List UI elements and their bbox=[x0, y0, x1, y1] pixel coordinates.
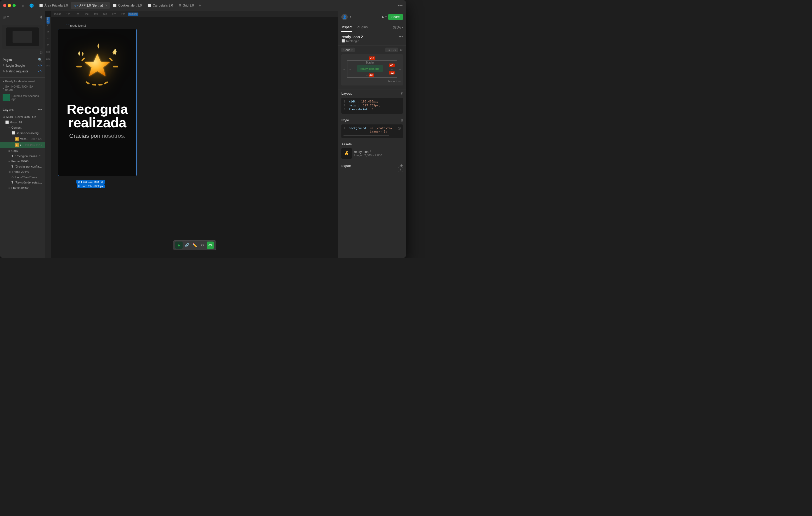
move-tool-button[interactable]: ▶ bbox=[175, 242, 182, 249]
code-prop: background: bbox=[349, 126, 368, 130]
line-num: 1 bbox=[344, 126, 347, 130]
layer-gracias-text[interactable]: T "Gracias por confiar en n..." bbox=[0, 164, 45, 169]
code-type-button[interactable]: Code ▾ bbox=[341, 48, 355, 52]
layer-content[interactable]: ≡ Content bbox=[0, 125, 45, 130]
rotate-tool-button[interactable]: ↻ bbox=[199, 242, 206, 249]
asset-info: ready-icon 2 Image · 2,800 × 2,800 bbox=[354, 150, 403, 157]
text-gracias: Gracias pon nosotros. bbox=[65, 132, 129, 139]
tab-app-bertha[interactable]: </> APP 1.0 (Bertha) ✕ bbox=[71, 2, 110, 9]
layer-revision-text[interactable]: T "Revisión del estad..." bbox=[0, 180, 45, 185]
page-item-login[interactable]: └ Login Google </> bbox=[0, 63, 45, 68]
layer-frame-icon: ||| bbox=[8, 170, 11, 173]
tab-area-privada[interactable]: ⬜ Área Privada 3.0 bbox=[37, 2, 70, 9]
element-more-icon[interactable]: ••• bbox=[399, 34, 403, 39]
code-line-3: 3 flex-shrink: 0; bbox=[344, 108, 401, 111]
share-button[interactable]: Share bbox=[388, 14, 403, 20]
sa-text: SA - NONE / NON SA - return bbox=[5, 85, 42, 91]
info-icon[interactable]: ⓘ bbox=[398, 126, 401, 130]
layer-recogida-text[interactable]: T "Recogida realiza..." bbox=[0, 153, 45, 159]
help-area: ? bbox=[338, 171, 406, 175]
layer-group82[interactable]: ⬜ Group 82 bbox=[0, 119, 45, 125]
tab-close-button[interactable]: ✕ bbox=[105, 4, 107, 7]
layer-frame29460[interactable]: ≡ Frame 29460 bbox=[0, 159, 45, 164]
zoom-control[interactable]: 325% ▾ bbox=[393, 23, 403, 32]
layer-size: 150 × 120 bbox=[30, 138, 42, 140]
layer-frame29440[interactable]: ||| Frame 29440 bbox=[0, 169, 45, 174]
layer-frame-icon: ≡ bbox=[8, 160, 10, 163]
layer-name: "Gracias por confiar en n..." bbox=[14, 165, 42, 168]
layers-more-icon[interactable]: ••• bbox=[38, 107, 42, 112]
layer-text-icon: T bbox=[11, 165, 13, 168]
tab-label: Cookies alert 3.0 bbox=[118, 4, 142, 7]
canvas-area[interactable]: 75.337 100 125 150 175 200 225 250 268.8… bbox=[45, 11, 338, 258]
avatar-dropdown[interactable]: ▾ bbox=[350, 15, 351, 19]
right-panel: 👤 ▾ ▶ ▾ Share Inspect Plugins 325% ▾ bbox=[338, 11, 406, 258]
frame-label-icon bbox=[66, 24, 69, 27]
line-num: 3 bbox=[344, 108, 347, 111]
link-tool-button[interactable]: 🔗 bbox=[183, 242, 191, 249]
fullscreen-button[interactable] bbox=[12, 4, 16, 7]
bm-right-area: -21 – -22 bbox=[389, 63, 395, 74]
tab-inspect[interactable]: Inspect bbox=[341, 23, 352, 32]
code-val: 0; bbox=[372, 108, 375, 111]
layout-copy-icon[interactable]: ⎘ bbox=[401, 91, 403, 96]
star-illustration bbox=[71, 41, 123, 93]
code-settings-icon[interactable]: ⚙ bbox=[400, 48, 403, 52]
minimize-button[interactable] bbox=[8, 4, 11, 7]
layer-name: "Revisión del estad..." bbox=[14, 181, 42, 184]
dev-mode-button[interactable]: </> bbox=[207, 242, 214, 249]
grid-tool-icon[interactable]: ⊞ bbox=[3, 15, 6, 19]
code-section: Code ▾ CSS ▾ ⚙ bbox=[338, 45, 406, 89]
box-model-outer: -8.8 – – Border ready-icon.p bbox=[344, 57, 401, 78]
line-num: 1 bbox=[344, 100, 347, 103]
page-item-rating[interactable]: └ Rating requests </> bbox=[0, 68, 45, 74]
more-options-icon[interactable]: ••• bbox=[398, 3, 403, 8]
user-avatar[interactable]: 👤 bbox=[341, 14, 348, 20]
layer-size: 193.49 × 197.7 bbox=[25, 144, 42, 147]
svg-rect-6 bbox=[81, 57, 85, 61]
home-icon[interactable]: ⌂ bbox=[20, 2, 26, 9]
layer-frame-icon: ≡ bbox=[8, 149, 10, 152]
layer-frame29459[interactable]: ≡ Frame 29459 bbox=[0, 185, 45, 190]
traffic-lights bbox=[3, 4, 16, 7]
css-button[interactable]: CSS ▾ bbox=[385, 48, 398, 52]
layer-copy[interactable]: ≡ Copy bbox=[0, 148, 45, 153]
svg-rect-0 bbox=[77, 66, 82, 67]
present-button[interactable]: ▶ ▾ bbox=[382, 15, 387, 19]
layer-ready-icon2[interactable]: ⭐ ready-icon 2 193.49 × 197.7 bbox=[0, 142, 45, 148]
sa-label: SA - NONE / NON SA - return bbox=[3, 85, 42, 91]
globe-icon[interactable]: 🌐 bbox=[28, 2, 34, 9]
tab-grid[interactable]: ⊞ Grid 3.0 bbox=[176, 2, 197, 9]
add-tab-button[interactable]: + bbox=[197, 3, 203, 8]
tool-dropdown-icon[interactable]: ▾ bbox=[7, 16, 9, 18]
help-button[interactable]: ? bbox=[398, 166, 403, 172]
phone-frame[interactable]: Recogida realizada Gracias pon nosotros. bbox=[58, 29, 137, 176]
search-pages-icon[interactable]: 🔍 bbox=[38, 58, 42, 62]
element-name-section: ready-icon 2 ••• ⬜ Rectangle bbox=[338, 32, 406, 45]
element-type-label: Rectangle bbox=[346, 39, 359, 42]
edit-tool-button[interactable]: ✏️ bbox=[191, 242, 198, 249]
style-copy-icon[interactable]: ⎘ bbox=[401, 118, 403, 122]
collapse-panels-icon[interactable]: ⟩⟨ bbox=[39, 15, 42, 19]
ruler-top: 75.337 100 125 150 175 200 225 250 268.8… bbox=[51, 11, 338, 17]
page-icon: └ bbox=[3, 64, 5, 67]
bm-left-value: -21 bbox=[389, 63, 395, 67]
tab-plugins[interactable]: Plugins bbox=[356, 23, 368, 32]
zoom-dropdown[interactable]: ▾ bbox=[402, 26, 403, 29]
layer-frame-icon: ≡ bbox=[8, 126, 10, 129]
tab-frame-icon: ⬜ bbox=[39, 4, 43, 7]
tab-car-details[interactable]: ⬜ Car details 3.0 bbox=[145, 2, 176, 9]
tab-cookies[interactable]: ⬜ Cookies alert 3.0 bbox=[110, 2, 144, 9]
bm-top-value: -8.8 bbox=[369, 57, 375, 60]
play-dropdown[interactable]: ▾ bbox=[385, 16, 387, 18]
layer-vector1[interactable]: ⭐ Vector 1 150 × 120 bbox=[0, 136, 45, 142]
bm-border-row: – Border ready-icon.png – -69 bbox=[347, 61, 397, 78]
code-prop: height: bbox=[349, 104, 361, 107]
asset-star-icon bbox=[343, 150, 350, 157]
layer-sa-finish-star[interactable]: ⬜ sa-finish-star-img bbox=[0, 130, 45, 136]
close-button[interactable] bbox=[3, 4, 6, 7]
layer-mob-devolucion[interactable]: ⊞ MOB - Devolución - OK bbox=[0, 114, 45, 119]
assets-title: Assets bbox=[341, 143, 352, 146]
bm-inner-right-dash: – bbox=[391, 67, 393, 70]
layer-icons-cars[interactable]: ◇ Icons/Cars/Cars/car-det... bbox=[0, 174, 45, 180]
